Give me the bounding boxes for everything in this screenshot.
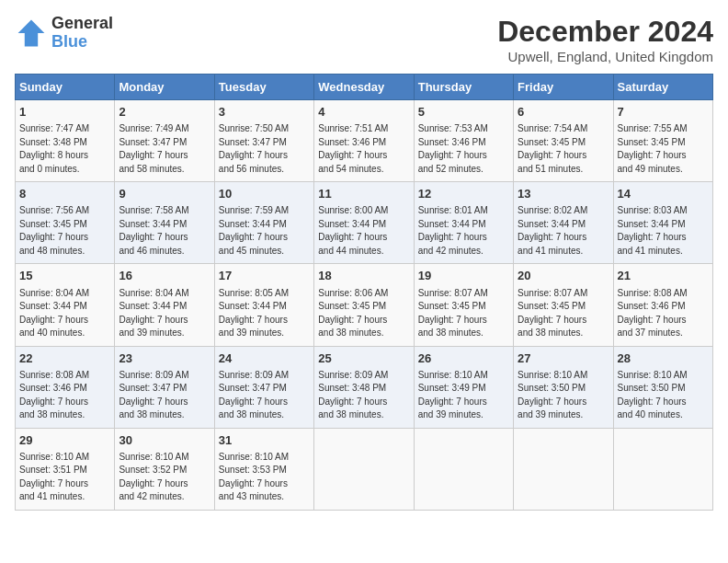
calendar-cell: 17Sunrise: 8:05 AM Sunset: 3:44 PM Dayli… [214, 264, 313, 346]
col-header-monday: Monday [115, 75, 214, 100]
col-header-sunday: Sunday [16, 75, 115, 100]
day-info: Sunrise: 8:09 AM Sunset: 3:47 PM Dayligh… [219, 369, 310, 422]
calendar-cell: 30Sunrise: 8:10 AM Sunset: 3:52 PM Dayli… [115, 428, 214, 510]
calendar-table: SundayMondayTuesdayWednesdayThursdayFrid… [15, 74, 713, 511]
day-number: 11 [318, 186, 409, 202]
day-number: 13 [518, 186, 609, 202]
day-info: Sunrise: 8:10 AM Sunset: 3:53 PM Dayligh… [219, 451, 310, 504]
day-info: Sunrise: 8:07 AM Sunset: 3:45 PM Dayligh… [418, 287, 509, 340]
calendar-cell: 21Sunrise: 8:08 AM Sunset: 3:46 PM Dayli… [613, 264, 712, 346]
day-number: 1 [19, 104, 110, 121]
day-number: 10 [219, 186, 310, 202]
day-number: 3 [219, 104, 310, 121]
logo-line2: Blue [51, 33, 113, 52]
col-header-saturday: Saturday [613, 75, 712, 100]
calendar-cell: 29Sunrise: 8:10 AM Sunset: 3:51 PM Dayli… [16, 428, 115, 510]
page-header: General Blue December 2024 Upwell, Engla… [15, 15, 713, 64]
calendar-cell: 15Sunrise: 8:04 AM Sunset: 3:44 PM Dayli… [16, 264, 115, 346]
day-info: Sunrise: 8:07 AM Sunset: 3:45 PM Dayligh… [518, 287, 609, 340]
calendar-cell [613, 428, 712, 510]
day-number: 22 [19, 350, 110, 367]
day-info: Sunrise: 8:01 AM Sunset: 3:44 PM Dayligh… [418, 204, 509, 258]
day-info: Sunrise: 7:51 AM Sunset: 3:46 PM Dayligh… [318, 122, 409, 176]
col-header-thursday: Thursday [414, 75, 513, 100]
day-number: 21 [618, 268, 709, 284]
day-info: Sunrise: 7:54 AM Sunset: 3:45 PM Dayligh… [518, 122, 609, 176]
day-info: Sunrise: 8:09 AM Sunset: 3:48 PM Dayligh… [318, 369, 409, 422]
day-info: Sunrise: 7:47 AM Sunset: 3:48 PM Dayligh… [19, 122, 110, 176]
day-info: Sunrise: 8:05 AM Sunset: 3:44 PM Dayligh… [219, 287, 310, 340]
day-info: Sunrise: 8:10 AM Sunset: 3:50 PM Dayligh… [518, 369, 609, 422]
day-number: 26 [418, 350, 509, 367]
logo-text: General Blue [51, 15, 113, 52]
day-number: 7 [618, 104, 709, 121]
day-number: 12 [418, 186, 509, 202]
calendar-cell: 19Sunrise: 8:07 AM Sunset: 3:45 PM Dayli… [414, 264, 513, 346]
day-info: Sunrise: 7:56 AM Sunset: 3:45 PM Dayligh… [19, 204, 110, 258]
day-number: 9 [119, 186, 210, 202]
col-header-wednesday: Wednesday [314, 75, 414, 100]
title-block: December 2024 Upwell, England, United Ki… [497, 15, 713, 64]
calendar-cell: 18Sunrise: 8:06 AM Sunset: 3:45 PM Dayli… [314, 264, 414, 346]
calendar-cell: 24Sunrise: 8:09 AM Sunset: 3:47 PM Dayli… [214, 346, 313, 428]
day-number: 25 [318, 350, 409, 367]
col-header-friday: Friday [514, 75, 613, 100]
calendar-cell [414, 428, 513, 510]
day-number: 14 [618, 186, 709, 202]
calendar-cell: 31Sunrise: 8:10 AM Sunset: 3:53 PM Dayli… [214, 428, 313, 510]
day-info: Sunrise: 7:50 AM Sunset: 3:47 PM Dayligh… [219, 122, 310, 176]
day-number: 24 [219, 350, 310, 367]
col-header-tuesday: Tuesday [214, 75, 313, 100]
calendar-cell: 22Sunrise: 8:08 AM Sunset: 3:46 PM Dayli… [16, 346, 115, 428]
day-info: Sunrise: 8:10 AM Sunset: 3:50 PM Dayligh… [618, 369, 709, 422]
calendar-cell: 7Sunrise: 7:55 AM Sunset: 3:45 PM Daylig… [613, 100, 712, 182]
calendar-cell: 23Sunrise: 8:09 AM Sunset: 3:47 PM Dayli… [115, 346, 214, 428]
logo: General Blue [15, 15, 113, 52]
day-info: Sunrise: 7:49 AM Sunset: 3:47 PM Dayligh… [119, 122, 210, 176]
calendar-cell: 27Sunrise: 8:10 AM Sunset: 3:50 PM Dayli… [514, 346, 613, 428]
logo-icon [15, 17, 48, 50]
day-number: 15 [19, 268, 110, 284]
calendar-cell [514, 428, 613, 510]
calendar-cell: 26Sunrise: 8:10 AM Sunset: 3:49 PM Dayli… [414, 346, 513, 428]
calendar-cell: 10Sunrise: 7:59 AM Sunset: 3:44 PM Dayli… [214, 182, 313, 264]
day-number: 4 [318, 104, 409, 121]
day-number: 17 [219, 268, 310, 284]
day-info: Sunrise: 7:58 AM Sunset: 3:44 PM Dayligh… [119, 204, 210, 258]
day-number: 6 [518, 104, 609, 121]
calendar-cell: 3Sunrise: 7:50 AM Sunset: 3:47 PM Daylig… [214, 100, 313, 182]
day-number: 29 [19, 432, 110, 449]
subtitle: Upwell, England, United Kingdom [497, 49, 713, 64]
day-info: Sunrise: 8:08 AM Sunset: 3:46 PM Dayligh… [618, 287, 709, 340]
calendar-cell: 8Sunrise: 7:56 AM Sunset: 3:45 PM Daylig… [16, 182, 115, 264]
calendar-cell: 6Sunrise: 7:54 AM Sunset: 3:45 PM Daylig… [514, 100, 613, 182]
calendar-cell: 9Sunrise: 7:58 AM Sunset: 3:44 PM Daylig… [115, 182, 214, 264]
day-info: Sunrise: 8:00 AM Sunset: 3:44 PM Dayligh… [318, 204, 409, 258]
day-info: Sunrise: 7:59 AM Sunset: 3:44 PM Dayligh… [219, 204, 310, 258]
calendar-cell: 12Sunrise: 8:01 AM Sunset: 3:44 PM Dayli… [414, 182, 513, 264]
day-number: 19 [418, 268, 509, 284]
day-number: 31 [219, 432, 310, 449]
calendar-cell [314, 428, 414, 510]
day-info: Sunrise: 8:10 AM Sunset: 3:51 PM Dayligh… [19, 451, 110, 504]
day-info: Sunrise: 8:10 AM Sunset: 3:49 PM Dayligh… [418, 369, 509, 422]
calendar-cell: 4Sunrise: 7:51 AM Sunset: 3:46 PM Daylig… [314, 100, 414, 182]
day-number: 16 [119, 268, 210, 284]
day-number: 18 [318, 268, 409, 284]
day-info: Sunrise: 7:55 AM Sunset: 3:45 PM Dayligh… [618, 122, 709, 176]
calendar-cell: 13Sunrise: 8:02 AM Sunset: 3:44 PM Dayli… [514, 182, 613, 264]
calendar-cell: 16Sunrise: 8:04 AM Sunset: 3:44 PM Dayli… [115, 264, 214, 346]
day-number: 30 [119, 432, 210, 449]
day-info: Sunrise: 8:04 AM Sunset: 3:44 PM Dayligh… [119, 287, 210, 340]
calendar-cell: 14Sunrise: 8:03 AM Sunset: 3:44 PM Dayli… [613, 182, 712, 264]
svg-marker-0 [18, 19, 45, 46]
day-info: Sunrise: 8:02 AM Sunset: 3:44 PM Dayligh… [518, 204, 609, 258]
calendar-cell: 20Sunrise: 8:07 AM Sunset: 3:45 PM Dayli… [514, 264, 613, 346]
day-number: 28 [618, 350, 709, 367]
main-title: December 2024 [497, 15, 713, 49]
day-number: 8 [19, 186, 110, 202]
day-info: Sunrise: 8:06 AM Sunset: 3:45 PM Dayligh… [318, 287, 409, 340]
day-info: Sunrise: 8:09 AM Sunset: 3:47 PM Dayligh… [119, 369, 210, 422]
day-info: Sunrise: 8:04 AM Sunset: 3:44 PM Dayligh… [19, 287, 110, 340]
day-number: 20 [518, 268, 609, 284]
